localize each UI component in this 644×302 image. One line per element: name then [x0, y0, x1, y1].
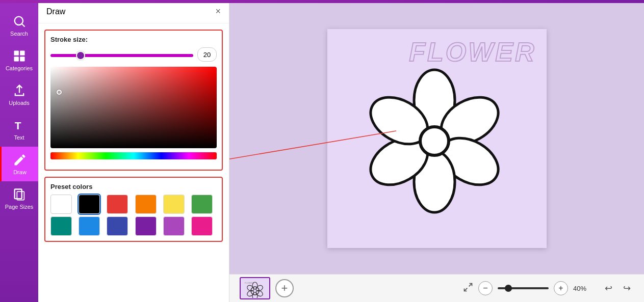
- zoom-value: 40%: [573, 285, 596, 292]
- preset-color-green[interactable]: [191, 195, 213, 214]
- preset-color-light-purple[interactable]: [163, 216, 185, 236]
- svg-rect-4: [14, 57, 18, 61]
- svg-rect-2: [14, 51, 18, 56]
- sidebar-item-categories-label: Categories: [6, 65, 33, 71]
- panel-header: Draw ×: [38, 0, 229, 23]
- preset-color-blue[interactable]: [79, 216, 100, 236]
- svg-rect-3: [20, 51, 24, 56]
- color-picker-gradient[interactable]: [50, 67, 217, 148]
- stroke-value: 20: [197, 47, 217, 62]
- preset-colors-grid: [50, 195, 217, 236]
- main-canvas-area: FLOWER: [229, 3, 644, 302]
- sidebar-item-page-sizes-label: Page Sizes: [5, 204, 34, 210]
- svg-point-15: [420, 127, 449, 155]
- panel-title: Draw: [46, 7, 65, 16]
- preset-color-yellow[interactable]: [163, 195, 185, 214]
- design-canvas[interactable]: FLOWER: [327, 29, 547, 248]
- panel-content: Stroke size: 20 Preset colors: [38, 23, 229, 302]
- top-accent-bar: [0, 0, 644, 3]
- draw-icon: [13, 153, 27, 167]
- svg-line-27: [465, 288, 468, 291]
- undo-button[interactable]: ↩: [601, 281, 615, 295]
- sidebar-item-draw[interactable]: Draw: [0, 147, 38, 181]
- svg-text:FLOWER: FLOWER: [245, 282, 253, 284]
- sidebar-item-uploads[interactable]: Uploads: [0, 77, 38, 112]
- add-page-button[interactable]: +: [275, 279, 294, 297]
- sidebar-item-search[interactable]: Search: [0, 8, 38, 43]
- sidebar-item-uploads-label: Uploads: [9, 100, 29, 106]
- preset-color-indigo[interactable]: [107, 216, 128, 236]
- color-picker-cursor: [57, 90, 62, 95]
- stroke-slider-container: [50, 50, 193, 59]
- zoom-slider[interactable]: [498, 287, 549, 289]
- page-sizes-icon: [12, 187, 27, 202]
- canvas-area: FLOWER: [229, 3, 644, 274]
- svg-rect-7: [14, 189, 21, 199]
- preset-colors-section: Preset colors: [44, 177, 223, 242]
- stroke-row: 20: [50, 47, 217, 62]
- text-icon: T: [12, 118, 27, 132]
- undo-redo-controls: ↩ ↪: [601, 281, 634, 295]
- preset-color-teal[interactable]: [50, 216, 72, 236]
- uploads-icon: [12, 84, 27, 98]
- sidebar-item-text[interactable]: T Text: [0, 112, 38, 147]
- sidebar-item-search-label: Search: [10, 31, 28, 37]
- sidebar: Search Categories Uploads T Text Draw: [0, 3, 38, 302]
- color-picker-area: [50, 67, 217, 159]
- svg-text:T: T: [14, 120, 21, 131]
- sidebar-item-page-sizes[interactable]: Page Sizes: [0, 181, 38, 216]
- preset-color-white[interactable]: [50, 195, 72, 214]
- categories-icon: [12, 49, 27, 63]
- preset-color-pink[interactable]: [191, 216, 213, 236]
- draw-panel: Draw × Stroke size: 20 Preset colors: [38, 0, 229, 302]
- stroke-section: Stroke size: 20: [44, 30, 223, 171]
- zoom-out-button[interactable]: −: [478, 281, 493, 295]
- sidebar-item-categories[interactable]: Categories: [0, 43, 38, 77]
- hue-slider[interactable]: [50, 152, 217, 159]
- sidebar-item-text-label: Text: [14, 134, 24, 141]
- bottom-bar: FLOWER + − +: [229, 274, 644, 302]
- stroke-size-slider[interactable]: [50, 54, 193, 57]
- svg-rect-5: [20, 57, 24, 61]
- stroke-label: Stroke size:: [50, 36, 217, 43]
- search-icon: [12, 14, 27, 29]
- panel-close-button[interactable]: ×: [215, 6, 221, 17]
- canvas-inner: FLOWER: [327, 29, 547, 248]
- page-thumbnail[interactable]: FLOWER: [240, 277, 270, 299]
- zoom-in-button[interactable]: +: [554, 281, 568, 295]
- preset-color-purple[interactable]: [135, 216, 157, 236]
- flower-drawing: [368, 60, 501, 223]
- zoom-controls: − + 40% ↩ ↪: [463, 281, 634, 295]
- svg-line-1: [22, 24, 24, 26]
- sidebar-item-draw-label: Draw: [13, 169, 27, 175]
- fullscreen-button[interactable]: [463, 282, 473, 294]
- redo-button[interactable]: ↪: [620, 281, 634, 295]
- preset-color-black[interactable]: [79, 195, 100, 214]
- svg-point-0: [14, 17, 22, 25]
- preset-colors-label: Preset colors: [50, 183, 217, 190]
- preset-color-red[interactable]: [107, 195, 128, 214]
- preset-color-orange[interactable]: [135, 195, 157, 214]
- svg-line-26: [469, 284, 472, 287]
